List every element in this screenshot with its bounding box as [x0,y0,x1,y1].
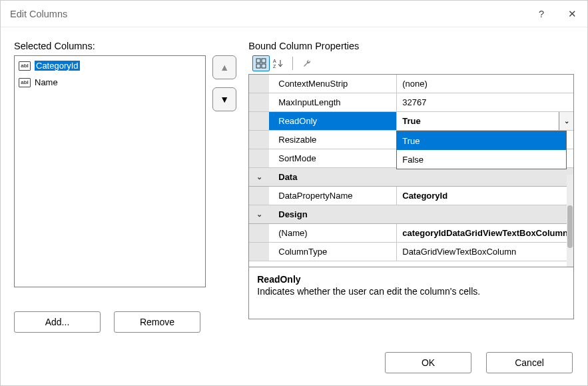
add-button[interactable]: Add... [14,311,101,333]
chevron-down-icon: ⌄ [564,117,569,125]
property-row-gutter [249,93,269,111]
expand-toggle[interactable]: ⌄ [249,168,269,186]
property-name: ReadOnly [269,112,396,130]
property-grid[interactable]: ContextMenuStrip(none)MaxInputLength3276… [248,74,574,267]
svg-rect-1 [262,59,266,63]
property-category[interactable]: ⌄Design [249,205,573,224]
chevron-down-icon: ⌄ [256,210,262,219]
property-grid-scrollthumb[interactable] [567,205,573,248]
property-category[interactable]: ⌄Data [249,168,573,187]
ok-button[interactable]: OK [385,352,471,373]
svg-text:A: A [273,59,276,63]
selected-columns-label: Selected Columns: [14,41,236,51]
selected-columns-list[interactable]: ablCategoryIdablName [14,55,206,287]
move-up-button[interactable]: ▲ [212,55,236,79]
close-button[interactable]: ✕ [557,1,587,27]
dropdown-option-false[interactable]: False [397,150,566,169]
window-title: Edit Columns [10,9,526,19]
property-value[interactable]: (none) [396,75,573,93]
move-down-button[interactable]: ▼ [212,87,236,111]
column-item[interactable]: ablCategoryId [16,57,204,74]
categorized-button[interactable] [252,55,270,71]
add-remove-row: Add... Remove [14,311,236,333]
alphabetical-icon: AZ [273,58,284,69]
chevron-down-icon: ⌄ [256,173,262,181]
remove-button[interactable]: Remove [114,311,200,333]
property-value[interactable]: CategoryId [396,187,573,205]
property-row-gutter [249,75,269,93]
properties-panel: Bound Column Properties AZ ContextMenuSt… [248,41,574,385]
textbox-icon: abl [19,61,31,71]
help-button[interactable]: ? [526,1,557,27]
property-pages-button[interactable] [298,55,316,71]
dialog-content: Selected Columns: ablCategoryIdablName ▲… [1,27,587,385]
property-description: ReadOnly Indicates whether the user can … [248,267,574,319]
column-item-label: Name [35,77,58,87]
property-row[interactable]: ContextMenuStrip(none) [249,75,573,93]
property-name: Resizable [269,131,396,149]
property-name: SortMode [269,149,396,167]
property-row[interactable]: DataPropertyNameCategoryId [249,187,573,205]
property-row[interactable]: ColumnTypeDataGridViewTextBoxColumn [249,243,573,261]
move-buttons: ▲ ▼ [212,55,236,287]
property-category-label: Design [269,205,573,223]
column-item[interactable]: ablName [16,74,204,91]
property-row-gutter [249,187,269,205]
property-description-body: Indicates whether the user can edit the … [257,286,565,297]
properties-toolbar: AZ [248,55,574,74]
properties-label: Bound Column Properties [248,41,574,51]
column-item-label: CategoryId [35,61,80,71]
property-name: MaxInputLength [269,93,396,111]
property-dropdown-button[interactable]: ⌄ [559,112,573,130]
alphabetical-button[interactable]: AZ [270,55,287,71]
property-name: DataPropertyName [269,187,396,205]
property-description-title: ReadOnly [257,274,565,285]
property-name: ColumnType [269,243,396,261]
property-row-gutter [249,224,269,242]
property-name: ContextMenuStrip [269,75,396,93]
property-category-label: Data [269,168,573,186]
property-value[interactable]: True⌄ [396,112,573,130]
property-row-gutter [249,243,269,261]
selected-columns-panel: Selected Columns: ablCategoryIdablName ▲… [14,41,236,385]
textbox-icon: abl [19,78,31,87]
expand-toggle[interactable]: ⌄ [249,205,269,223]
dialog-buttons: OK Cancel [385,352,573,373]
property-value[interactable]: DataGridViewTextBoxColumn [396,243,573,261]
wrench-icon [302,58,312,69]
cancel-button[interactable]: Cancel [486,352,573,373]
dropdown-option-true[interactable]: True [397,131,566,150]
svg-rect-3 [262,64,266,68]
titlebar[interactable]: Edit Columns ? ✕ [1,1,587,27]
property-row[interactable]: ReadOnlyTrue⌄ [249,112,573,131]
svg-text:Z: Z [273,64,276,69]
property-row-gutter [249,131,269,149]
property-name: (Name) [269,224,396,242]
svg-rect-0 [256,59,260,63]
help-icon: ? [539,9,544,19]
property-row[interactable]: (Name)categoryIdDataGridViewTextBoxColum… [249,224,573,243]
property-row-gutter [249,112,269,130]
toolbar-divider [292,57,293,70]
categorized-icon [256,58,266,69]
property-grid-body: ContextMenuStrip(none)MaxInputLength3276… [249,75,573,267]
svg-rect-2 [256,64,260,68]
property-row[interactable]: MaxInputLength32767 [249,93,573,112]
readonly-dropdown[interactable]: True False [396,131,567,169]
arrow-up-icon: ▲ [220,62,229,73]
arrow-down-icon: ▼ [220,94,229,105]
property-value[interactable]: 32767 [396,93,573,111]
edit-columns-dialog: Edit Columns ? ✕ Selected Columns: ablCa… [0,0,588,386]
close-icon: ✕ [568,9,577,19]
property-row-gutter [249,149,269,167]
property-value[interactable]: categoryIdDataGridViewTextBoxColumn [396,224,573,242]
